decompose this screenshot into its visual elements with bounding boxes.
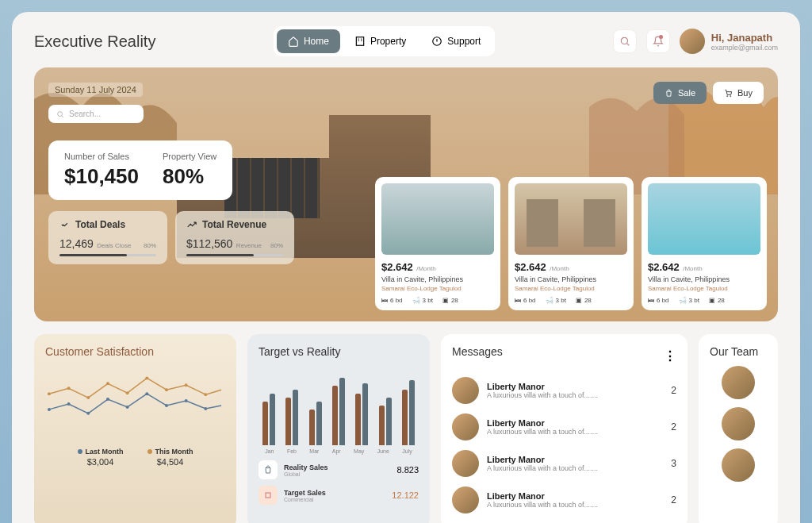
message-avatar [452,450,479,477]
notifications-button[interactable] [646,29,670,53]
sale-label: Sale [678,88,695,98]
svg-point-23 [204,393,207,396]
revenue-title: Total Revenue [202,219,266,230]
logo: Executive Reality [34,33,155,51]
header-right: Hi, Janapath example@gmail.com [613,29,778,54]
sq-val: 28 [584,297,592,304]
bed-icon: 🛏 [381,297,388,304]
area-icon: ▣ [709,297,715,304]
reality-sub: Global [284,471,328,477]
message-item[interactable]: Liberty ManorA luxurious villa with a to… [452,482,676,518]
revenue-amount: $112,560 [186,237,232,250]
user-email: example@gmail.com [711,44,778,52]
search-icon [619,36,630,47]
last-month-label: Last Month [86,448,124,456]
property-name: Villa in Cavite, Philippines [515,275,627,283]
deals-sub: Deals Close [97,242,131,249]
header: Executive Reality Home Property Support [34,26,778,56]
message-count: 2 [671,421,676,433]
svg-point-17 [86,396,90,399]
bt-val: 3 bt [423,297,433,304]
buy-button[interactable]: Buy [713,82,764,104]
bed-icon: 🛏 [648,297,654,304]
deals-progress [59,254,156,256]
message-avatar [452,413,479,440]
message-item[interactable]: Liberty ManorA luxurious villa with a to… [452,409,676,445]
hero-search-input[interactable]: Search... [48,105,144,123]
property-card[interactable]: $2.642 /Month Villa in Cavite, Philippin… [508,177,634,310]
view-value: 80% [163,164,216,189]
search-button[interactable] [613,29,637,53]
nav-support[interactable]: Support [420,29,492,53]
svg-rect-24 [266,493,270,498]
svg-point-15 [48,392,51,395]
nav-home-label: Home [304,36,329,47]
trend-icon [186,219,197,230]
month-label: Apr [332,448,341,454]
satisfaction-title: Customer Satisfaction [45,345,225,358]
property-carousel: $2.642 /Month Villa in Cavite, Philippin… [375,177,767,310]
total-deals-card: Total Deals 12,469 Deals Close 80% [48,211,167,264]
last-month-dot [78,449,82,454]
svg-point-4 [727,95,728,96]
sq-val: 28 [718,297,725,304]
property-period: /Month [416,265,435,272]
customer-satisfaction-panel: Customer Satisfaction Last Month $3,004 … [34,334,236,523]
user-menu[interactable]: Hi, Janapath example@gmail.com [680,29,778,54]
month-label: June [377,448,389,454]
home-icon [288,36,299,47]
team-member[interactable] [722,366,755,399]
svg-point-19 [126,391,129,394]
svg-point-10 [126,406,129,409]
message-preview: A luxurious villa with a touch of....... [487,391,598,399]
user-greeting: Hi, Janapath [711,32,778,44]
bath-icon: 🛁 [679,297,687,304]
message-sender: Liberty Manor [487,491,598,501]
deals-pct: 80% [144,242,156,249]
message-item[interactable]: Liberty ManorA luxurious villa with a to… [452,372,676,409]
reality-name: Reality Sales [284,463,328,471]
buy-label: Buy [737,88,753,98]
svg-point-9 [106,398,109,401]
nav-property[interactable]: Property [343,29,417,53]
svg-point-14 [204,407,207,410]
svg-point-2 [621,37,627,44]
target-name: Target Sales [284,489,326,497]
team-member[interactable] [722,448,755,482]
property-name: Villa in Cavite, Philippines [381,275,494,283]
sale-button[interactable]: Sale [653,82,707,104]
this-month-value: $4,504 [147,457,193,467]
reality-value: 8.823 [396,465,419,475]
message-preview: A luxurious villa with a touch of....... [487,428,598,436]
message-sender: Liberty Manor [487,418,598,428]
property-price: $2.642 [648,261,680,273]
svg-point-18 [106,382,109,385]
property-location: Samarai Eco-Lodge Tagulod [381,285,494,292]
current-date: Sunday 11 July 2024 [48,83,143,97]
property-card[interactable]: $2.642 /Month Villa in Cavite, Philippin… [642,177,767,310]
bt-val: 3 bt [689,297,699,304]
deals-count: 12,469 [59,237,94,250]
property-image [381,183,494,255]
handshake-icon [59,219,71,230]
svg-point-21 [165,388,168,391]
month-label: July [402,448,412,454]
svg-point-3 [58,111,63,116]
message-preview: A luxurious villa with a touch of....... [487,501,598,509]
message-item[interactable]: Liberty ManorA luxurious villa with a to… [452,445,676,482]
message-count: 2 [671,494,676,506]
more-icon[interactable]: ⋮ [664,348,676,363]
area-icon: ▣ [576,297,582,304]
support-icon [431,36,442,47]
property-card[interactable]: $2.642 /Month Villa in Cavite, Philippin… [375,177,500,310]
target-reality-panel: Target vs Reality Jan Feb Mar Apr May Ju… [247,334,430,523]
nav-home[interactable]: Home [277,29,340,53]
this-month-label: This Month [155,448,193,456]
revenue-progress [186,254,283,256]
property-price: $2.642 [515,261,546,273]
property-period: /Month [550,265,569,272]
total-revenue-card: Total Revenue $112,560 Revenue 80% [175,211,294,264]
sq-val: 28 [451,297,458,304]
team-member[interactable] [722,407,755,440]
bd-val: 6 bd [657,297,669,304]
